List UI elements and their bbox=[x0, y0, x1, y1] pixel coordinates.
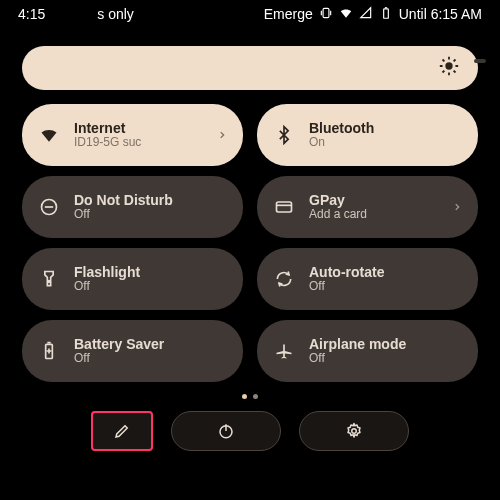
tile-label: Airplane mode bbox=[309, 336, 406, 352]
status-left: 4:15 s only bbox=[18, 6, 134, 22]
tile-label: Auto-rotate bbox=[309, 264, 384, 280]
tile-gpay[interactable]: GPay Add a card bbox=[257, 176, 478, 238]
power-button[interactable] bbox=[171, 411, 281, 451]
tile-label: Flashlight bbox=[74, 264, 140, 280]
tile-airplane-mode[interactable]: Airplane mode Off bbox=[257, 320, 478, 382]
brightness-slider-wrap bbox=[0, 28, 500, 94]
tile-label: Bluetooth bbox=[309, 120, 374, 136]
clock: 4:15 bbox=[18, 6, 45, 22]
tile-label: Do Not Disturb bbox=[74, 192, 173, 208]
page-dot-active bbox=[242, 394, 247, 399]
tile-sub: On bbox=[309, 136, 374, 150]
status-right: Emerge Until 6:15 AM bbox=[264, 6, 482, 23]
dnd-icon bbox=[38, 197, 60, 217]
card-icon bbox=[273, 197, 295, 217]
status-left-extra: s only bbox=[97, 6, 134, 22]
tile-sub: Off bbox=[309, 280, 384, 294]
tile-sub: Off bbox=[74, 352, 164, 366]
tile-sub: Off bbox=[309, 352, 406, 366]
svg-point-2 bbox=[446, 63, 452, 69]
tile-sub: Off bbox=[74, 280, 140, 294]
settings-button[interactable] bbox=[299, 411, 409, 451]
vibrate-icon bbox=[319, 6, 333, 23]
edit-tiles-button[interactable] bbox=[91, 411, 153, 451]
until-label: Until 6:15 AM bbox=[399, 6, 482, 22]
tile-sub: ID19-5G suc bbox=[74, 136, 141, 150]
battery-saver-icon bbox=[38, 341, 60, 361]
rotate-icon bbox=[273, 269, 295, 289]
tile-label: GPay bbox=[309, 192, 367, 208]
tile-bluetooth[interactable]: Bluetooth On bbox=[257, 104, 478, 166]
svg-rect-1 bbox=[383, 8, 388, 17]
brightness-track-end bbox=[474, 59, 486, 63]
bottom-actions bbox=[0, 411, 500, 451]
brightness-slider[interactable] bbox=[22, 46, 478, 90]
tile-auto-rotate[interactable]: Auto-rotate Off bbox=[257, 248, 478, 310]
airplane-icon bbox=[273, 341, 295, 361]
status-right-label: Emerge bbox=[264, 6, 313, 22]
battery-icon bbox=[379, 6, 393, 23]
flashlight-icon bbox=[38, 269, 60, 289]
quick-settings-grid: Internet ID19-5G suc Bluetooth On Do Not… bbox=[0, 94, 500, 382]
tile-internet[interactable]: Internet ID19-5G suc bbox=[22, 104, 243, 166]
svg-rect-4 bbox=[277, 202, 292, 212]
tile-sub: Off bbox=[74, 208, 173, 222]
chevron-right-icon bbox=[217, 126, 227, 144]
status-bar: 4:15 s only Emerge Until 6:15 AM bbox=[0, 0, 500, 28]
svg-point-5 bbox=[48, 281, 50, 283]
tile-battery-saver[interactable]: Battery Saver Off bbox=[22, 320, 243, 382]
tile-do-not-disturb[interactable]: Do Not Disturb Off bbox=[22, 176, 243, 238]
tile-label: Battery Saver bbox=[74, 336, 164, 352]
svg-rect-0 bbox=[323, 8, 329, 17]
brightness-icon bbox=[438, 55, 460, 81]
bluetooth-icon bbox=[273, 125, 295, 145]
wifi-icon bbox=[38, 125, 60, 145]
wifi-icon bbox=[339, 6, 353, 23]
svg-point-8 bbox=[352, 429, 357, 434]
signal-icon bbox=[359, 6, 373, 23]
page-dot bbox=[253, 394, 258, 399]
tile-flashlight[interactable]: Flashlight Off bbox=[22, 248, 243, 310]
tile-sub: Add a card bbox=[309, 208, 367, 222]
chevron-right-icon bbox=[452, 198, 462, 216]
page-indicator bbox=[0, 394, 500, 399]
tile-label: Internet bbox=[74, 120, 141, 136]
